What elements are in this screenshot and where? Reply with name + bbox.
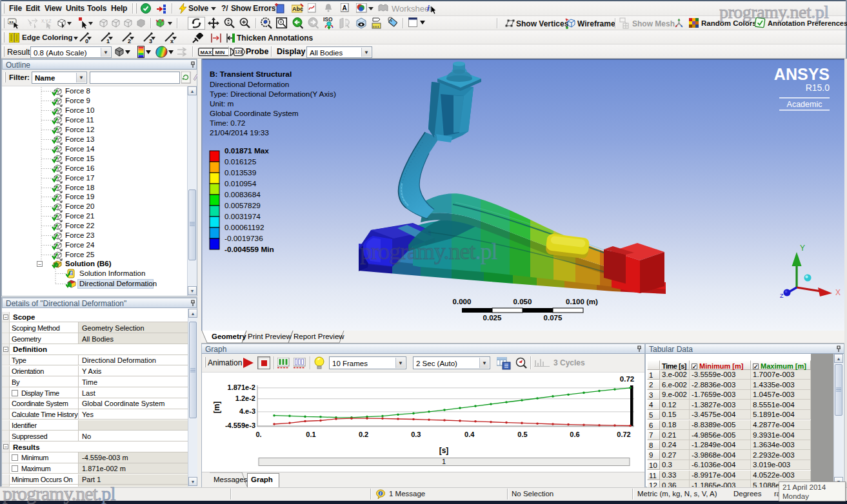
svg-text:0.6: 0.6 — [570, 431, 579, 438]
svg-text:0.0083684: 0.0083684 — [224, 190, 261, 199]
svg-text:[m]: [m] — [212, 402, 221, 414]
svg-text:0.72: 0.72 — [620, 375, 634, 383]
svg-text:0.00061192: 0.00061192 — [224, 223, 264, 232]
svg-text:1: 1 — [442, 458, 446, 465]
svg-text:0.000: 0.000 — [453, 298, 472, 305]
svg-text:0.3: 0.3 — [411, 431, 421, 438]
svg-text:1.2e-2: 1.2e-2 — [235, 394, 255, 402]
svg-text:Y: Y — [800, 244, 805, 253]
svg-text:0.1: 0.1 — [306, 431, 315, 438]
svg-text:0.0031974: 0.0031974 — [224, 212, 261, 221]
svg-text:0.5: 0.5 — [517, 431, 527, 438]
svg-text:-0.004559 Min: -0.004559 Min — [224, 245, 274, 254]
svg-text:A: A — [343, 5, 347, 12]
svg-text:1.871e-2: 1.871e-2 — [228, 383, 255, 391]
svg-text:●●: ●● — [9, 20, 14, 24]
svg-text:Directional Deformation: Directional Deformation — [210, 80, 289, 89]
svg-text:Global Coordinate System: Global Coordinate System — [210, 109, 299, 118]
svg-text:123: 123 — [235, 50, 243, 54]
svg-text:Academic: Academic — [787, 100, 822, 109]
svg-text:0.2: 0.2 — [359, 431, 368, 438]
svg-text:[s]: [s] — [439, 446, 449, 455]
svg-text:0.4: 0.4 — [464, 431, 475, 438]
svg-text:0.72: 0.72 — [617, 431, 630, 438]
svg-text:0.: 0. — [255, 431, 261, 438]
svg-text:Type: Directional Deformation(: Type: Directional Deformation(Y Axis) — [210, 90, 336, 99]
svg-text:Time: 0.72: Time: 0.72 — [210, 119, 245, 128]
svg-text:0.01871 Max: 0.01871 Max — [224, 146, 269, 155]
svg-text:MIN: MIN — [215, 50, 225, 55]
svg-text:X: X — [835, 288, 841, 297]
svg-text:R15.0: R15.0 — [806, 82, 830, 93]
svg-text:0.010954: 0.010954 — [224, 179, 257, 188]
svg-text:0.100 (m): 0.100 (m) — [566, 298, 598, 305]
svg-text:0.0057829: 0.0057829 — [224, 201, 261, 210]
svg-text:0.016125: 0.016125 — [224, 157, 257, 166]
svg-text:Abc: Abc — [292, 6, 303, 12]
svg-text:0.025: 0.025 — [483, 314, 502, 322]
svg-text:X,Y,Z: X,Y,Z — [41, 19, 51, 23]
svg-text:B: Transient Structural: B: Transient Structural — [210, 70, 292, 79]
svg-text:21/04/2014 19:33: 21/04/2014 19:33 — [210, 128, 269, 137]
svg-text:-4.559e-3: -4.559e-3 — [225, 422, 255, 429]
svg-text:programy.net.pl: programy.net.pl — [360, 238, 498, 264]
svg-text:0.075: 0.075 — [544, 314, 563, 322]
svg-text:0.050: 0.050 — [513, 298, 532, 305]
svg-text:0.013539: 0.013539 — [224, 168, 256, 177]
svg-text:Z: Z — [780, 293, 784, 299]
svg-text:4.e-3: 4.e-3 — [239, 407, 255, 415]
svg-text:Unit: m: Unit: m — [210, 99, 234, 108]
svg-text:ANSYS: ANSYS — [774, 65, 830, 83]
svg-text:-0.0019736: -0.0019736 — [224, 234, 263, 243]
svg-text:MAX: MAX — [201, 50, 212, 55]
